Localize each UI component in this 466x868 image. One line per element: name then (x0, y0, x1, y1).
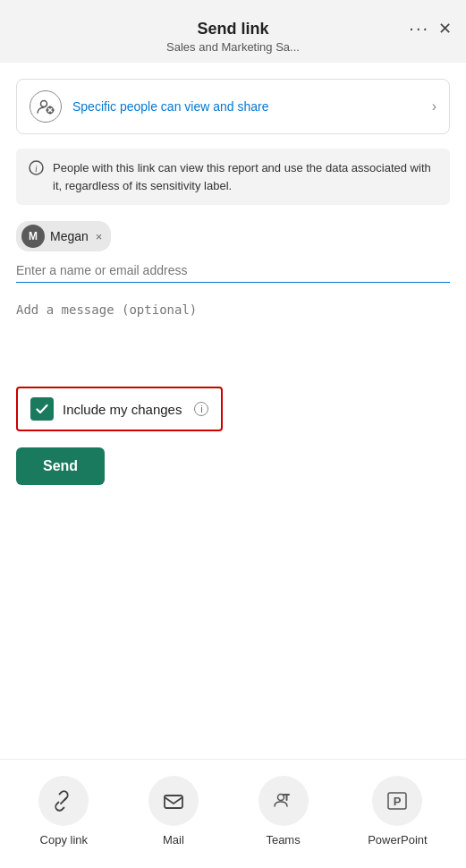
email-input[interactable] (16, 263, 450, 277)
powerpoint-label: PowerPoint (368, 833, 427, 847)
share-options-row: Copy link Mail (0, 759, 466, 868)
svg-rect-10 (285, 794, 287, 801)
share-type-label: Specific people can view and share (72, 99, 432, 114)
dialog-content: Specific people can view and share › i P… (0, 63, 466, 759)
recipient-name: Megan (50, 229, 89, 243)
share-type-icon (30, 90, 62, 123)
teams-icon-circle (258, 776, 309, 826)
info-box: i People with this link can view this re… (16, 149, 450, 205)
mail-icon-circle (148, 776, 199, 826)
svg-text:i: i (35, 164, 38, 174)
powerpoint-icon: P (385, 788, 410, 813)
include-changes-row: Include my changes i (16, 387, 223, 431)
dialog-subtitle: Sales and Marketing Sa... (166, 40, 300, 54)
checkmark-icon (35, 402, 49, 416)
include-changes-checkbox[interactable] (30, 397, 54, 421)
share-type-svg (36, 97, 55, 116)
svg-point-0 (41, 101, 47, 107)
recipient-avatar: M (21, 225, 45, 248)
teams-option[interactable]: Teams (258, 776, 309, 847)
teams-label: Teams (266, 833, 300, 847)
teams-logo-icon (271, 788, 296, 813)
message-input[interactable] (16, 295, 450, 367)
mail-label: Mail (163, 833, 184, 847)
copy-link-icon-circle (38, 776, 89, 826)
link-icon (51, 788, 76, 813)
copy-link-label: Copy link (40, 833, 88, 847)
copy-link-option[interactable]: Copy link (38, 776, 89, 847)
close-button[interactable]: ✕ (438, 19, 452, 38)
more-options-button[interactable]: ··· (409, 18, 429, 38)
svg-text:P: P (394, 795, 402, 808)
mail-option[interactable]: Mail (148, 776, 199, 847)
send-link-dialog: Send link Sales and Marketing Sa... ··· … (0, 0, 466, 868)
recipient-chip: M Megan × (16, 221, 111, 251)
svg-rect-8 (165, 796, 182, 808)
send-button[interactable]: Send (16, 447, 105, 485)
recipient-remove-button[interactable]: × (96, 230, 103, 243)
powerpoint-option[interactable]: P PowerPoint (368, 776, 427, 847)
dialog-title: Send link (197, 20, 268, 38)
info-icon: i (29, 160, 44, 179)
info-text: People with this link can view this repo… (53, 159, 437, 194)
recipients-row: M Megan × (16, 221, 450, 251)
powerpoint-icon-circle: P (372, 776, 422, 826)
include-changes-label: Include my changes (63, 402, 182, 417)
mail-icon (161, 788, 186, 813)
share-type-selector[interactable]: Specific people can view and share › (16, 79, 450, 134)
svg-point-11 (277, 795, 284, 801)
dialog-header: Send link Sales and Marketing Sa... ··· … (0, 0, 466, 63)
header-actions: ··· ✕ (409, 18, 452, 38)
include-changes-info-icon[interactable]: i (194, 402, 208, 416)
share-type-chevron: › (432, 98, 436, 115)
email-input-row (16, 255, 450, 283)
